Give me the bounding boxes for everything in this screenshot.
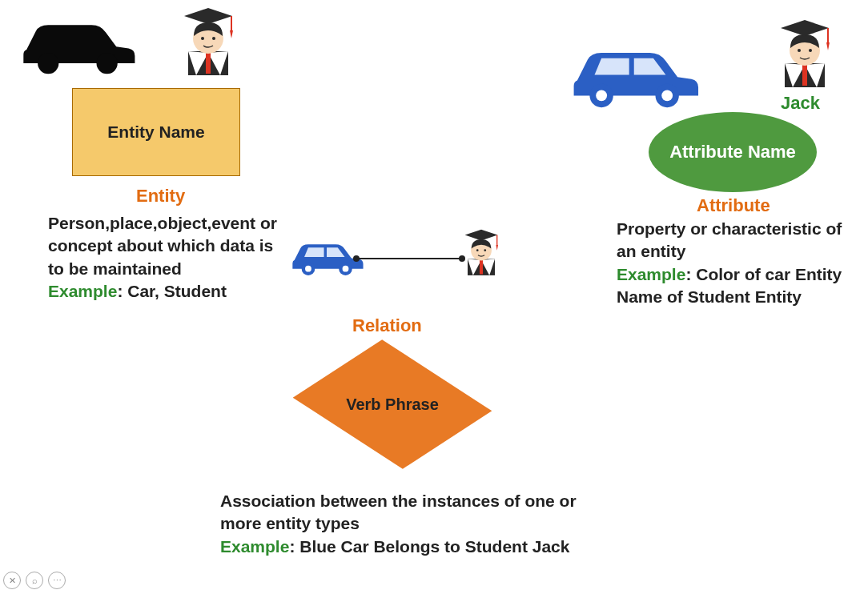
- bottom-toolbar: ✕ ⌕ ⋯: [3, 572, 66, 589]
- svg-point-27: [809, 49, 812, 52]
- svg-point-16: [661, 90, 673, 102]
- relation-description: Association between the instances of one…: [220, 490, 621, 558]
- entity-description: Person,place,object,event or concept abo…: [48, 212, 288, 303]
- jack-label: Jack: [781, 93, 820, 114]
- entity-desc-text: Person,place,object,event or concept abo…: [48, 214, 277, 278]
- car-icon-relation: [287, 232, 365, 276]
- svg-rect-8: [207, 18, 210, 21]
- relation-heading: Relation: [352, 315, 422, 336]
- svg-marker-22: [781, 20, 829, 36]
- svg-rect-38: [480, 236, 483, 239]
- car-icon-blue: [561, 32, 705, 108]
- svg-point-11: [201, 37, 204, 40]
- svg-rect-35: [480, 260, 483, 275]
- tool-cut-icon[interactable]: ✕: [3, 572, 21, 589]
- svg-rect-23: [803, 30, 806, 33]
- svg-point-41: [476, 249, 479, 251]
- tool-more-icon[interactable]: ⋯: [48, 572, 66, 589]
- entity-example-text: : Car, Student: [117, 282, 227, 300]
- car-icon-black: [12, 6, 140, 74]
- attribute-description: Property or characteristic of an entity …: [617, 218, 865, 308]
- attribute-heading: Attribute: [697, 195, 770, 216]
- svg-rect-20: [802, 65, 807, 86]
- svg-point-26: [798, 49, 801, 52]
- student-icon-jack: [761, 12, 849, 95]
- attribute-shape: Attribute Name: [649, 112, 817, 192]
- student-icon: [164, 0, 252, 83]
- svg-marker-7: [184, 8, 232, 24]
- attribute-example-prefix: Example: [617, 265, 685, 283]
- svg-marker-25: [826, 42, 830, 50]
- svg-point-42: [484, 249, 486, 251]
- relation-dot-left: [353, 255, 360, 262]
- relation-desc-text: Association between the instances of one…: [220, 492, 577, 532]
- relation-example-prefix: Example: [220, 537, 289, 556]
- attribute-shape-label: Attribute Name: [669, 142, 796, 162]
- relation-line: [356, 258, 460, 259]
- entity-shape-label: Entity Name: [107, 122, 204, 142]
- relation-example-text: : Blue Car Belongs to Student Jack: [289, 537, 569, 556]
- entity-heading: Entity: [136, 186, 185, 207]
- svg-marker-40: [496, 245, 498, 251]
- svg-point-0: [38, 53, 58, 74]
- tool-zoom-icon[interactable]: ⌕: [26, 572, 43, 589]
- svg-marker-37: [465, 230, 498, 241]
- svg-point-12: [212, 37, 215, 40]
- student-icon-relation: [452, 224, 510, 282]
- attribute-desc-text: Property or characteristic of an entity: [617, 219, 842, 260]
- svg-marker-10: [230, 30, 233, 38]
- svg-point-15: [596, 90, 607, 102]
- svg-rect-5: [206, 53, 211, 74]
- entity-example-prefix: Example: [48, 282, 117, 300]
- svg-point-31: [343, 266, 349, 272]
- relation-shape: Verb Phrase: [304, 340, 480, 468]
- svg-point-1: [97, 53, 118, 74]
- relation-shape-label: Verb Phrase: [344, 395, 440, 414]
- svg-point-30: [305, 266, 311, 272]
- entity-shape: Entity Name: [72, 88, 240, 176]
